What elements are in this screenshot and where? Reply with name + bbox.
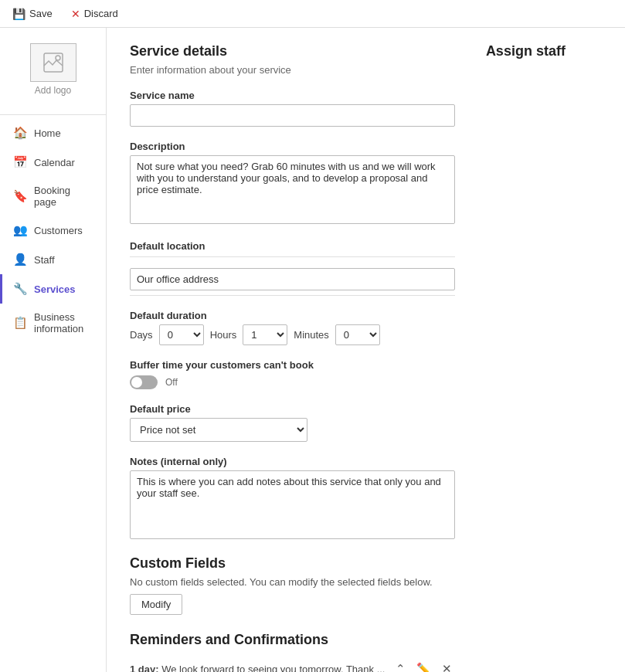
minutes-select[interactable]: 0153045 (335, 324, 380, 345)
sidebar-divider (0, 114, 106, 115)
reminder-text-1: 1 day: We look forward to seeing you tom… (130, 664, 388, 673)
default-duration-group: Default duration Days 012 Hours 0123 Min… (130, 310, 455, 345)
buffer-group: Buffer time your customers can't book Of… (130, 359, 455, 389)
custom-fields-desc: No custom fields selected. You can modif… (130, 576, 455, 588)
days-select[interactable]: 012 (159, 324, 204, 345)
reminder-row-1: 1 day: We look forward to seeing you tom… (130, 653, 455, 672)
discard-button[interactable]: ✕ Discard (68, 6, 121, 22)
staff-icon: 👤 (13, 253, 28, 266)
nav-label-staff: Staff (34, 254, 55, 266)
sidebar-item-customers[interactable]: 👥 Customers (0, 216, 106, 245)
save-label: Save (29, 8, 53, 19)
reminder-day-1: 1 day: (130, 664, 159, 673)
days-label: Days (130, 329, 153, 341)
description-group: Description Not sure what you need? Grab… (130, 141, 455, 226)
location-divider-bottom (130, 295, 455, 296)
assign-staff-title: Assign staff (486, 43, 625, 59)
price-select[interactable]: Price not set Free Custom price (130, 418, 307, 442)
notes-label: Notes (internal only) (130, 456, 455, 467)
minutes-label: Minutes (294, 329, 329, 341)
nav-label-business: Business information (34, 311, 95, 334)
nav-label-booking: Booking page (34, 185, 95, 208)
default-price-label: Default price (130, 403, 455, 415)
nav-label-services: Services (34, 283, 76, 295)
reminders-title: Reminders and Confirmations (130, 632, 455, 648)
calendar-icon: 📅 (13, 155, 28, 169)
reminder-1-delete-button[interactable]: ✕ (439, 660, 455, 672)
sidebar-item-home[interactable]: 🏠 Home (0, 118, 106, 148)
location-divider (130, 256, 455, 257)
customers-icon: 👥 (13, 223, 28, 237)
description-label: Description (130, 141, 455, 152)
default-price-group: Default price Price not set Free Custom … (130, 403, 455, 442)
discard-label: Discard (84, 8, 118, 19)
save-icon: 💾 (12, 8, 25, 20)
logo-box (30, 43, 76, 82)
business-icon: 📋 (13, 316, 28, 330)
buffer-state-label: Off (165, 377, 178, 388)
notes-group: Notes (internal only) This is where you … (130, 456, 455, 541)
content-area: Service details Enter information about … (107, 28, 625, 672)
service-name-label: Service name (130, 90, 455, 101)
logo-label: Add logo (35, 85, 71, 96)
sidebar: Add logo 🏠 Home 📅 Calendar 🔖 Booking pag… (0, 28, 107, 672)
custom-fields-title: Custom Fields (130, 555, 455, 572)
modify-button[interactable]: Modify (130, 594, 182, 615)
sidebar-item-business[interactable]: 📋 Business information (0, 304, 106, 342)
duration-row: Days 012 Hours 0123 Minutes 0153045 (130, 324, 455, 345)
default-duration-label: Default duration (130, 310, 455, 321)
sidebar-item-calendar[interactable]: 📅 Calendar (0, 148, 106, 177)
buffer-toggle[interactable] (130, 375, 158, 389)
services-icon: 🔧 (13, 282, 28, 296)
toggle-knob (131, 377, 142, 388)
buffer-row: Off (130, 375, 455, 389)
save-button[interactable]: 💾 Save (9, 6, 56, 22)
main-column: Service details Enter information about … (130, 43, 455, 672)
logo-area[interactable]: Add logo (0, 36, 106, 111)
reminder-content-1: We look forward to seeing you tomorrow. … (161, 664, 385, 673)
sidebar-item-booking[interactable]: 🔖 Booking page (0, 177, 106, 216)
service-name-input[interactable] (130, 104, 455, 127)
location-input[interactable] (130, 268, 455, 290)
buffer-label: Buffer time your customers can't book (130, 359, 455, 371)
hours-select[interactable]: 0123 (243, 324, 287, 345)
svg-point-1 (56, 56, 60, 60)
discard-icon: ✕ (71, 8, 80, 20)
reminder-1-up-button[interactable]: ⌃ (392, 660, 409, 672)
description-textarea[interactable]: Not sure what you need? Grab 60 minutes … (130, 155, 455, 224)
reminders-section: Reminders and Confirmations 1 day: We lo… (130, 632, 455, 672)
default-location-label: Default location (130, 240, 455, 252)
sidebar-item-services[interactable]: 🔧 Services (0, 274, 106, 304)
nav-label-customers: Customers (34, 225, 83, 236)
notes-textarea[interactable]: This is where you can add notes about th… (130, 470, 455, 539)
sidebar-item-staff[interactable]: 👤 Staff (0, 245, 106, 274)
reminder-1-edit-button[interactable]: ✏️ (413, 660, 434, 672)
service-details-subtitle: Enter information about your service (130, 64, 455, 76)
home-icon: 🏠 (13, 126, 28, 140)
app-body: Add logo 🏠 Home 📅 Calendar 🔖 Booking pag… (0, 28, 625, 672)
custom-fields-section: Custom Fields No custom fields selected.… (130, 555, 455, 615)
service-details-title: Service details (130, 43, 455, 59)
toolbar: 💾 Save ✕ Discard (0, 0, 625, 28)
booking-icon: 🔖 (13, 189, 28, 203)
nav-label-home: Home (34, 127, 61, 139)
default-location-group: Default location (130, 240, 455, 296)
service-name-group: Service name (130, 90, 455, 127)
right-column: Assign staff (486, 43, 625, 672)
hours-label: Hours (210, 329, 237, 341)
nav-label-calendar: Calendar (34, 157, 75, 168)
content-columns: Service details Enter information about … (130, 43, 602, 672)
